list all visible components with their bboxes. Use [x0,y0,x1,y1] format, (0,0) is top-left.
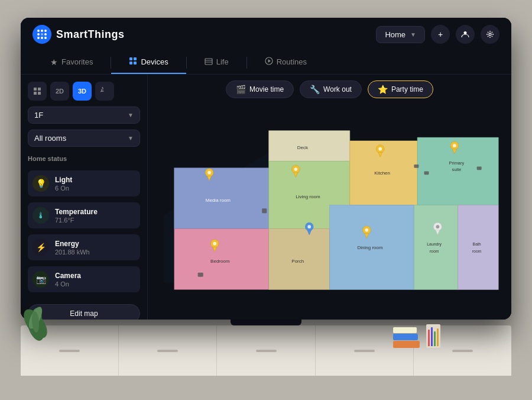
light-value: 6 On [55,185,72,192]
temp-value: 71.6°F [55,217,98,224]
history-button[interactable] [95,82,114,101]
2d-view-button[interactable]: 2D [50,82,69,101]
status-camera[interactable]: 📷 Camera 4 On [28,266,140,292]
floor-plan-svg: Deck Media room Living room Kitchen [154,117,505,307]
logo: SmartThings [33,25,125,44]
status-temperature[interactable]: 🌡 Temperature 71.6°F [28,202,140,228]
pencil-cup [426,324,440,348]
svg-text:Primary: Primary [449,160,465,166]
floor-label: 1F [34,111,43,120]
nav-tabs: ★ Favorites Devices [21,51,511,75]
svg-rect-64 [262,208,267,213]
svg-point-59 [307,225,311,228]
add-button[interactable]: + [431,25,450,44]
logo-text: SmartThings [56,28,125,41]
svg-text:room: room [430,249,439,253]
settings-button[interactable] [481,25,499,44]
map-area: 🎬 Movie time 🔧 Work out ⭐ Party time [148,75,511,320]
camera-info: Camera 4 On [55,272,81,288]
svg-point-44 [294,167,298,171]
svg-text:Dining room: Dining room [358,245,383,250]
room-selector[interactable]: All rooms ▼ [28,130,140,147]
app-header: SmartThings Home ▼ + [21,18,511,51]
floor-selector[interactable]: 1F ▼ [28,107,140,124]
svg-marker-36 [458,205,499,290]
svg-rect-65 [414,164,419,168]
energy-icon: ⚡ [33,239,49,256]
temp-info: Temperature 71.6°F [55,208,98,224]
svg-rect-3 [134,57,137,60]
workout-button[interactable]: 🔧 Work out [300,80,362,98]
favorites-icon: ★ [50,57,58,67]
book-stack [393,327,420,348]
svg-rect-2 [129,57,132,60]
svg-rect-11 [34,88,37,91]
sidebar: 2D 3D 1F [21,75,148,320]
party-label: Party time [391,85,423,93]
grid-view-button[interactable] [28,82,47,101]
tab-favorites[interactable]: ★ Favorites [33,51,111,74]
tab-routines[interactable]: Routines [247,51,325,74]
movie-icon: 🎬 [236,85,246,94]
svg-rect-12 [38,88,41,91]
light-icon: 💡 [33,175,49,192]
party-time-button[interactable]: ⭐ Party time [368,80,433,98]
svg-rect-5 [134,62,137,64]
svg-text:Deck: Deck [297,145,309,150]
svg-rect-63 [198,273,203,277]
svg-rect-6 [205,59,212,64]
svg-rect-4 [129,62,132,64]
svg-text:Media room: Media room [206,198,231,203]
svg-text:Kitchen: Kitchen [374,170,390,176]
home-selector-label: Home [385,30,406,39]
tab-life[interactable]: Life [187,51,246,74]
favorites-label: Favorites [61,57,93,66]
svg-point-1 [489,33,491,36]
routines-label: Routines [277,57,307,66]
devices-label: Devices [141,57,168,66]
camera-name: Camera [55,272,81,280]
svg-rect-13 [34,92,37,95]
life-icon [205,57,213,67]
svg-text:Bedroom: Bedroom [210,259,230,264]
party-icon: ⭐ [378,85,388,94]
svg-text:suite: suite [452,167,462,172]
svg-point-0 [464,31,467,34]
svg-rect-14 [38,92,41,95]
room-arrow: ▼ [128,135,134,141]
routine-bar: 🎬 Movie time 🔧 Work out ⭐ Party time [148,75,511,104]
life-label: Life [216,57,229,66]
svg-text:Porch: Porch [291,259,304,264]
camera-value: 4 On [55,280,81,288]
svg-point-50 [453,144,456,147]
status-light[interactable]: 💡 Light 6 On [28,170,140,196]
status-energy[interactable]: ⚡ Energy 201.88 kWh [28,234,140,260]
svg-rect-67 [477,166,482,170]
svg-text:Bath: Bath [473,242,481,246]
profile-button[interactable] [456,25,475,44]
workout-icon: 🔧 [310,85,320,94]
2d-label: 2D [56,88,64,95]
svg-text:room: room [472,249,482,253]
3d-view-button[interactable]: 3D [73,82,92,101]
svg-text:Laundry: Laundry [427,242,442,247]
light-info: Light 6 On [55,176,72,192]
home-selector-arrow: ▼ [410,31,416,38]
home-selector[interactable]: Home ▼ [376,26,425,43]
svg-point-56 [365,228,369,232]
tab-devices[interactable]: Devices [111,51,186,74]
3d-label: 3D [78,88,86,95]
movie-label: Movie time [249,85,284,93]
view-controls: 2D 3D [28,82,140,101]
energy-name: Energy [55,240,90,248]
svg-point-62 [436,225,440,228]
svg-point-53 [213,242,216,246]
energy-info: Energy 201.88 kWh [55,240,90,256]
svg-marker-33 [414,205,458,290]
movie-time-button[interactable]: 🎬 Movie time [226,80,294,98]
workout-label: Work out [323,85,352,93]
logo-icon [33,25,51,44]
home-status-title: Home status [28,153,140,164]
floor-arrow: ▼ [128,112,134,118]
svg-marker-16 [269,131,350,161]
